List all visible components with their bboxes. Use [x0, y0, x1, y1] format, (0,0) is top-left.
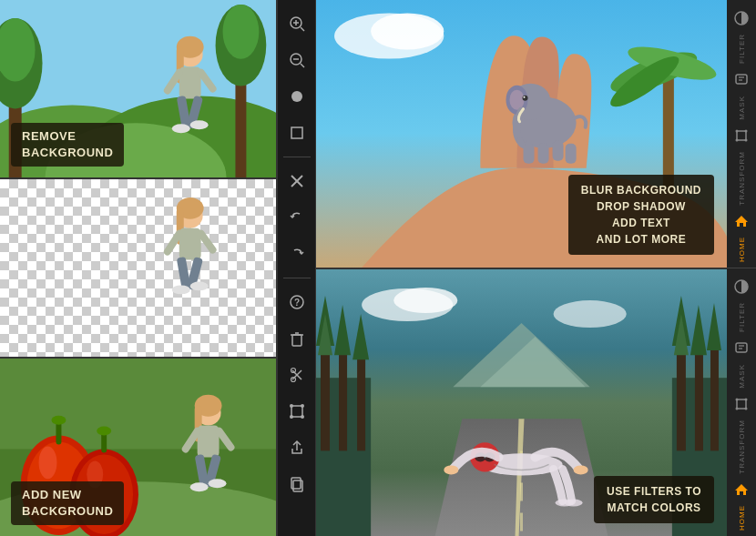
toolbar-divider-1	[283, 157, 311, 157]
add-bg-label: ADD NEWBACKGROUND	[11, 481, 124, 525]
mask-top-label: Mask	[738, 96, 746, 120]
copy-icon[interactable]	[281, 468, 313, 501]
svg-rect-95	[553, 141, 564, 161]
zoom-in-icon[interactable]	[281, 7, 313, 40]
left-panel: REMOVEBACKGROUND	[0, 0, 278, 536]
scissors-icon[interactable]	[281, 359, 313, 391]
svg-point-92	[524, 96, 526, 98]
middle-toolbar: ?	[278, 0, 316, 536]
svg-point-37	[51, 416, 66, 425]
svg-rect-135	[736, 75, 747, 84]
add-background-cell[interactable]: ADD NEWBACKGROUND	[0, 359, 276, 536]
filter-top-label: Filter	[738, 34, 746, 64]
close-icon[interactable]	[281, 165, 313, 197]
svg-point-52	[209, 479, 227, 488]
svg-rect-61	[291, 127, 302, 138]
share-icon[interactable]	[281, 431, 313, 464]
remove-bg-label: REMOVEBACKGROUND	[11, 123, 124, 167]
filter-bottom-label: Filter	[738, 302, 746, 332]
delete-icon[interactable]	[281, 322, 313, 355]
transparent-cell[interactable]	[0, 179, 276, 359]
svg-point-35	[39, 447, 57, 480]
svg-rect-112	[677, 341, 686, 450]
svg-point-75	[301, 404, 304, 408]
svg-point-140	[745, 129, 748, 132]
svg-point-131	[574, 465, 588, 474]
zoom-out-icon[interactable]	[281, 44, 313, 76]
svg-marker-153	[735, 484, 748, 495]
blur-bg-label: BLUR BACKGROUNDDROP SHADOWADD TEXTAND LO…	[568, 175, 714, 255]
svg-line-58	[301, 64, 304, 67]
transform-bottom-icon[interactable]	[729, 391, 754, 417]
svg-rect-66	[292, 335, 301, 346]
svg-point-51	[190, 482, 209, 491]
svg-point-74	[290, 404, 293, 408]
svg-point-139	[736, 129, 739, 132]
svg-rect-94	[538, 144, 549, 164]
help-icon[interactable]: ?	[281, 286, 313, 319]
svg-rect-117	[710, 346, 719, 450]
mask-bottom-icon[interactable]	[729, 335, 754, 360]
home-top-icon[interactable]	[729, 208, 754, 234]
svg-point-82	[371, 13, 444, 49]
svg-point-141	[736, 138, 739, 141]
svg-rect-41	[101, 433, 107, 453]
svg-point-9	[223, 5, 260, 59]
use-filters-label: USE FILTERS TOMATCH COLORS	[594, 476, 714, 523]
mask-bottom-label: Mask	[738, 364, 746, 389]
svg-point-18	[172, 124, 190, 133]
svg-line-54	[301, 27, 304, 31]
svg-point-102	[554, 300, 627, 328]
svg-point-91	[523, 96, 528, 101]
redo-icon[interactable]	[281, 238, 313, 270]
right-panel: BLUR BACKGROUNDDROP SHADOWADD TEXTAND LO…	[316, 0, 727, 536]
svg-point-150	[745, 398, 748, 400]
filter-top-icon[interactable]	[729, 5, 754, 31]
svg-rect-96	[566, 144, 577, 164]
transform-top-icon[interactable]	[729, 123, 754, 148]
svg-rect-145	[736, 343, 747, 352]
side-toolbar-bottom: Filter Mask Transform Home	[727, 268, 756, 536]
svg-point-101	[393, 287, 457, 312]
elephant-scene-cell[interactable]: BLUR BACKGROUNDDROP SHADOWADD TEXTAND LO…	[316, 0, 727, 269]
transform-top-label: Transform	[738, 151, 746, 206]
svg-rect-148	[737, 399, 746, 409]
side-toolbar: Filter Mask Transform Home Filter Mask T…	[727, 0, 756, 536]
circle-tool-icon[interactable]	[281, 80, 313, 113]
svg-point-142	[745, 138, 748, 141]
svg-point-28	[172, 285, 190, 294]
filter-bottom-icon[interactable]	[729, 274, 754, 299]
svg-rect-108	[339, 350, 347, 450]
svg-rect-138	[737, 131, 746, 140]
svg-rect-110	[357, 355, 365, 450]
swimmer-scene-cell[interactable]: USE FILTERS TOMATCH COLORS	[316, 269, 727, 537]
svg-rect-73	[291, 406, 302, 417]
svg-point-90	[509, 90, 524, 110]
transform-bottom-label: Transform	[738, 420, 746, 474]
undo-icon[interactable]	[281, 201, 313, 234]
svg-point-151	[736, 407, 739, 410]
transform-tool-icon[interactable]	[281, 395, 313, 428]
svg-rect-105	[321, 341, 330, 450]
toolbar-divider-2	[283, 278, 311, 278]
svg-rect-93	[524, 144, 535, 164]
svg-point-130	[444, 465, 458, 474]
svg-marker-143	[735, 216, 748, 227]
svg-line-25	[201, 234, 213, 250]
remove-background-cell[interactable]: REMOVEBACKGROUND	[0, 0, 276, 179]
side-toolbar-top: Filter Mask Transform Home	[727, 0, 756, 268]
svg-point-133	[565, 499, 583, 506]
svg-point-19	[190, 120, 209, 129]
home-top-label: Home	[738, 237, 746, 262]
svg-text:?: ?	[293, 298, 299, 308]
svg-point-42	[97, 427, 111, 436]
mask-top-icon[interactable]	[729, 66, 754, 92]
svg-point-60	[291, 91, 302, 102]
svg-point-149	[736, 398, 739, 400]
home-bottom-icon[interactable]	[729, 477, 754, 502]
home-bottom-label: Home	[738, 505, 746, 531]
svg-rect-36	[56, 422, 61, 445]
crop-icon[interactable]	[281, 116, 313, 149]
svg-point-29	[190, 281, 209, 290]
svg-point-77	[301, 415, 304, 419]
